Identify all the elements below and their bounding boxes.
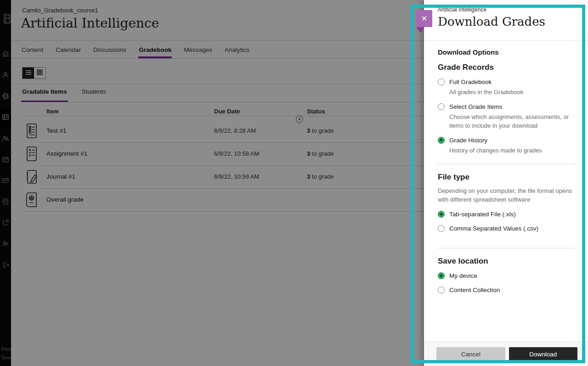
radio-label: Grade History: [449, 136, 575, 145]
radio-icon[interactable]: [438, 79, 445, 85]
download-grades-panel: ✕ Artificial Intelligence Download Grade…: [424, 0, 588, 366]
radio-option-xls[interactable]: Tab-separated File (.xls): [438, 210, 575, 219]
radio-description: All grades in the Gradebook: [449, 88, 575, 97]
section-divider: [438, 248, 575, 248]
panel-body: Download Options Grade Records Full Grad…: [424, 41, 588, 342]
radio-icon[interactable]: [438, 287, 445, 293]
cancel-button[interactable]: Cancel: [436, 347, 505, 361]
radio-option-my-device[interactable]: My device: [438, 272, 575, 280]
grade-records-heading: Grade Records: [438, 63, 575, 72]
close-icon: ✕: [421, 14, 427, 23]
radio-option-csv[interactable]: Comma Separated Values (.csv): [438, 225, 575, 233]
radio-option-full-gradebook[interactable]: Full Gradebook All grades in the Gradebo…: [438, 78, 575, 97]
radio-description: Choose which assignments, assessments, o…: [449, 113, 575, 130]
radio-icon[interactable]: [438, 272, 445, 279]
radio-icon[interactable]: [438, 137, 445, 144]
radio-label: Tab-separated File (.xls): [449, 210, 575, 219]
panel-footer: Cancel Download: [424, 342, 588, 366]
panel-header: Artificial Intelligence Download Grades: [424, 0, 588, 41]
radio-label: Full Gradebook: [449, 78, 575, 86]
file-type-description: Depending on your computer, the file for…: [438, 186, 575, 204]
close-button-fold: [416, 27, 424, 33]
download-button[interactable]: Download: [509, 347, 578, 361]
close-panel-button[interactable]: ✕: [416, 10, 432, 27]
radio-icon[interactable]: [438, 225, 445, 232]
panel-title: Download Grades: [438, 15, 575, 28]
radio-description: History of changes made to grades: [449, 146, 575, 155]
radio-icon[interactable]: [438, 103, 445, 110]
radio-label: Comma Separated Values (.csv): [449, 225, 575, 233]
download-options-heading: Download Options: [438, 48, 575, 56]
radio-icon[interactable]: [438, 211, 445, 218]
radio-label: Select Grade Items: [449, 103, 575, 111]
radio-option-grade-history[interactable]: Grade History History of changes made to…: [438, 136, 575, 155]
radio-option-select-grade-items[interactable]: Select Grade Items Choose which assignme…: [438, 103, 575, 130]
radio-label: Content Collection: [449, 286, 575, 294]
radio-option-content-collection[interactable]: Content Collection: [438, 286, 575, 294]
app-screen: B: [0, 0, 588, 366]
file-type-heading: File type: [438, 173, 575, 182]
panel-close: ✕: [416, 10, 432, 33]
panel-course-context: Artificial Intelligence: [438, 6, 575, 13]
modal-scrim[interactable]: [0, 0, 424, 366]
save-location-heading: Save location: [438, 257, 575, 266]
section-divider: [438, 164, 575, 164]
radio-label: My device: [449, 272, 575, 280]
